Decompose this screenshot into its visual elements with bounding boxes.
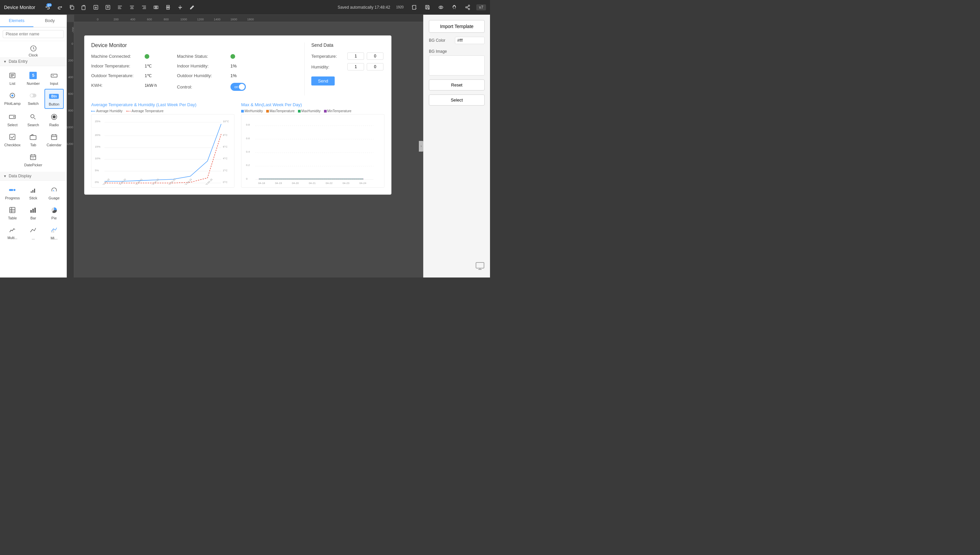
element-checkbox[interactable]: Checkbox	[3, 130, 22, 149]
element-pie[interactable]: Pie	[45, 204, 64, 222]
svg-rect-7	[167, 8, 169, 10]
svg-text:2°C: 2°C	[223, 169, 228, 172]
collapse-arrow[interactable]: ›	[419, 141, 423, 152]
element-switch[interactable]: Switch	[23, 89, 43, 109]
section-data-display-label: Data Display	[9, 174, 31, 178]
app-title: Device Monitor	[4, 5, 35, 10]
svg-point-12	[468, 8, 470, 10]
section-data-display[interactable]: ▼ Data Display	[0, 172, 66, 181]
share-button[interactable]	[463, 3, 472, 12]
element-radio[interactable]: Radio	[45, 110, 64, 129]
element-bar[interactable]: Bar	[23, 204, 43, 222]
element-button[interactable]: Btn Button	[45, 89, 64, 109]
svg-text:04-21: 04-21	[309, 182, 316, 184]
legend-min-humidity: MinHumidity	[241, 109, 263, 113]
legend-max-temp: MaxTemperature	[266, 109, 295, 113]
crop-button[interactable]	[409, 3, 419, 12]
button-icon: Btn	[50, 91, 59, 101]
distribute-h-button[interactable]	[151, 3, 160, 12]
send-temp-input2[interactable]	[367, 53, 383, 60]
distribute-v-button[interactable]	[163, 3, 173, 12]
eye-button[interactable]	[436, 3, 446, 12]
svg-point-17	[11, 95, 13, 96]
chart2-title: Max & Min(Last Week Per Day)	[241, 102, 385, 107]
element-tab[interactable]: Tab	[23, 130, 43, 149]
save-status: Saved automatically 17:48:42	[338, 5, 390, 10]
checkbox-icon	[8, 132, 17, 141]
svg-rect-87	[476, 263, 484, 268]
toolbar-right: Saved automatically 17:48:42 1920 v7	[338, 3, 486, 12]
svg-rect-24	[10, 134, 15, 140]
export-button[interactable]	[91, 3, 101, 12]
right-select-button[interactable]: Select	[429, 95, 484, 106]
paste-button[interactable]	[79, 3, 88, 12]
machine-status-label: Machine Status:	[177, 54, 231, 59]
element-mix[interactable]: Mi...	[45, 223, 64, 242]
tab-label: Tab	[30, 143, 37, 147]
dm-col1: Machine Connected: Indoor Temperature: 1…	[91, 54, 157, 96]
toolbar: Device Monitor 44 Saved automat	[0, 0, 490, 15]
indoor-humidity-row: Indoor Humidity: 1%	[177, 63, 246, 69]
search-input[interactable]	[3, 30, 64, 38]
element-datepicker[interactable]: DatePicker	[23, 150, 43, 169]
svg-point-10	[468, 5, 470, 6]
svg-text:0.8: 0.8	[246, 123, 250, 126]
outdoor-temp-value: 1℃	[144, 73, 152, 78]
element-progress[interactable]: Progress	[3, 183, 22, 202]
checkbox-label: Checkbox	[4, 143, 21, 147]
chart1-box: 25% 20% 15% 10% 5% 0% 10°C 8°C 6°C	[91, 114, 234, 188]
send-temp-input1[interactable]	[347, 53, 364, 60]
send-humidity-input1[interactable]	[347, 63, 364, 71]
svg-point-44	[127, 111, 127, 112]
canvas-scroll[interactable]: Device Monitor Machine Connected: Indoor…	[74, 22, 423, 278]
element-number[interactable]: 5 Number	[23, 69, 43, 88]
sidebar-tabs: Elemets Body	[0, 15, 66, 27]
import-button[interactable]	[103, 3, 112, 12]
svg-text:2024-04-25: 2024-04-25	[203, 178, 213, 184]
data-display-grid: Progress Stick Guage Table	[0, 181, 66, 245]
svg-rect-32	[32, 190, 34, 192]
element-calendar[interactable]: Calendar	[45, 130, 64, 149]
element-list[interactable]: List	[3, 69, 22, 88]
resolution-button[interactable]: 1920	[394, 3, 406, 12]
element-guage[interactable]: Guage	[45, 183, 64, 202]
switch-label: Switch	[28, 101, 38, 106]
chevron-data-entry: ▼	[3, 60, 7, 63]
copy-button[interactable]	[67, 3, 77, 12]
right-panel: Import Template BG Color #fff BG Image R…	[423, 15, 490, 278]
element-multiline[interactable]: Multi...	[3, 223, 22, 242]
section-data-entry[interactable]: ▼ Data Entry	[0, 57, 66, 66]
outdoor-humidity-label: Outdoor Humidity:	[177, 73, 231, 78]
element-input[interactable]: Input	[45, 69, 64, 88]
datepicker-label: DatePicker	[24, 163, 42, 167]
svg-text:10°C: 10°C	[223, 120, 229, 123]
send-button[interactable]: Send	[311, 77, 335, 85]
legend-max-humidity: MaxHumidity	[298, 109, 321, 113]
rocket-button[interactable]	[449, 3, 459, 12]
align-center-button[interactable]	[127, 3, 136, 12]
monitor-icon	[475, 261, 484, 272]
dm-col2: Machine Status: Indoor Humidity: 1% Outd…	[177, 54, 246, 96]
svg-text:2024-04-19: 2024-04-19	[99, 178, 110, 184]
element-pilotlamp[interactable]: PilotLamp	[3, 89, 22, 109]
pen-button[interactable]	[188, 3, 197, 12]
main-layout: Elemets Body Clock ▼ Data Entry List	[0, 15, 490, 278]
tab-elements[interactable]: Elemets	[0, 15, 34, 27]
align-right-button[interactable]	[139, 3, 149, 12]
reset-button[interactable]: Reset	[429, 80, 484, 90]
legend-min-temp: MinTemperature	[324, 109, 351, 113]
save-icon-button[interactable]	[423, 3, 432, 12]
control-toggle[interactable]: on	[231, 83, 246, 91]
tab-body[interactable]: Body	[34, 15, 67, 27]
move-button[interactable]	[175, 3, 185, 12]
redo-button[interactable]	[55, 3, 64, 12]
element-select[interactable]: Select	[3, 110, 22, 129]
align-left-button[interactable]	[115, 3, 125, 12]
element-table[interactable]: Table	[3, 204, 22, 222]
element-search[interactable]: Search	[23, 110, 43, 129]
import-template-button[interactable]: Import Template	[429, 20, 484, 33]
chart1-title: Average Temperature & Humidity (Last Wee…	[91, 102, 234, 107]
send-humidity-input2[interactable]	[367, 63, 383, 71]
element-stick[interactable]: Stick	[23, 183, 43, 202]
element-line[interactable]: ...	[23, 223, 43, 242]
